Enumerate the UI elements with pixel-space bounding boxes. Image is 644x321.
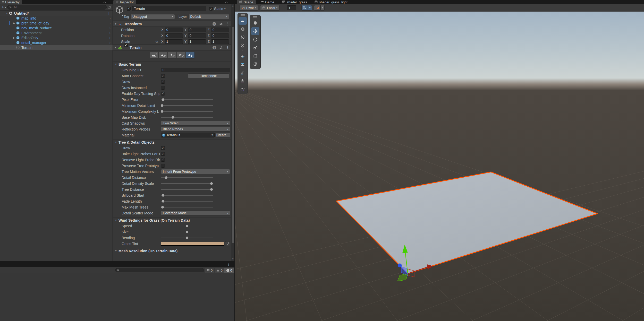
inspector-scrollbar[interactable]: ▲ ▼ <box>231 4 234 261</box>
create-neighbor-terrains-button[interactable] <box>150 52 159 58</box>
transform-position-x-field[interactable] <box>165 28 183 32</box>
fade-length-slider[interactable] <box>161 198 213 204</box>
slider-thumb[interactable] <box>210 188 213 191</box>
static-caret-icon[interactable]: ▾ <box>224 7 226 10</box>
tab-game[interactable]: Game <box>258 0 277 4</box>
tab-shader-grass[interactable]: shader_grass <box>280 0 310 4</box>
chevron-right-icon[interactable]: › <box>109 16 111 20</box>
active-checkbox[interactable]: ✓ <box>127 7 131 11</box>
maximum-complexity-l-slider[interactable] <box>161 108 213 114</box>
add-object-caret-icon[interactable]: ▾ <box>5 6 6 8</box>
grid-snapping-toggle[interactable]: Y <box>301 5 308 11</box>
smooth-tool-button[interactable] <box>239 85 247 93</box>
eyedropper-icon[interactable] <box>225 241 230 246</box>
tab-scene[interactable]: Scene <box>237 0 256 4</box>
detail-scatter-mode-dropdown[interactable]: Coverage Mode▾ <box>161 211 230 215</box>
lock-icon[interactable] <box>225 1 228 4</box>
transform-tool-button[interactable] <box>251 60 259 68</box>
auto-connect-checkbox[interactable]: ✓ <box>161 74 165 78</box>
draw-checkbox[interactable]: ✓ <box>161 80 165 84</box>
pivot-button[interactable]: Pivot▾ <box>240 5 258 11</box>
hierarchy-search-input[interactable] <box>13 5 105 9</box>
static-checkbox[interactable]: ✓ <box>209 7 213 11</box>
base-map-dist-slider[interactable] <box>161 114 213 120</box>
kebab-menu-icon[interactable]: ⋮ <box>107 12 111 15</box>
tab-inspector[interactable]: Inspector <box>113 0 136 4</box>
help-icon[interactable]: ? <box>213 22 216 26</box>
transform-scale-z-field[interactable] <box>211 39 229 44</box>
transform-scale-x-field[interactable] <box>165 39 183 44</box>
component-enabled-checkbox[interactable]: ✓ <box>124 44 128 47</box>
slider-thumb[interactable] <box>172 116 174 119</box>
slider-thumb[interactable] <box>162 200 164 203</box>
expand-arrow-icon[interactable]: ▶ <box>12 37 16 39</box>
reflection-probes-dropdown[interactable]: Blend Probes▾ <box>161 127 230 132</box>
terrain-sculpt-tool-button[interactable] <box>239 17 247 25</box>
grass-tint-color-field[interactable] <box>161 242 224 246</box>
max-mesh-trees-slider[interactable] <box>161 204 213 210</box>
tree-motion-vectors-dropdown[interactable]: Inherit From Prototype▾ <box>161 169 230 174</box>
console-search[interactable] <box>115 268 204 272</box>
slider-thumb[interactable] <box>186 225 188 227</box>
transform-rotation-y-field[interactable] <box>188 33 206 38</box>
move-tool-button[interactable] <box>251 27 259 35</box>
snap-caret[interactable]: ▾ <box>320 5 325 11</box>
expand-arrow-icon[interactable]: ▶ <box>12 22 16 24</box>
terrain-scatter-tool-button[interactable] <box>239 33 247 41</box>
section-header-basic-terrain[interactable]: ▼Basic Terrain <box>113 61 231 67</box>
draw-instanced-checkbox[interactable] <box>161 86 165 90</box>
billboard-start-slider[interactable] <box>161 192 213 198</box>
overlay-drag-handle[interactable] <box>253 16 257 18</box>
foldout-icon[interactable]: ▼ <box>113 219 118 222</box>
chevron-right-icon[interactable]: › <box>109 46 111 49</box>
cast-shadows-dropdown[interactable]: Two Sided▾ <box>161 121 230 126</box>
foldout-icon[interactable]: ▼ <box>113 63 118 66</box>
hierarchy-item-map-info[interactable]: map_info› <box>0 16 113 21</box>
paint-trees-button[interactable] <box>168 52 177 58</box>
scroll-down-icon[interactable]: ▼ <box>231 258 234 260</box>
chevron-right-icon[interactable]: › <box>109 26 111 30</box>
grid-snapping-caret[interactable]: ▾ <box>308 5 312 11</box>
foldout-icon[interactable]: ▼ <box>113 46 118 49</box>
detail-density-scale-slider[interactable] <box>161 180 213 186</box>
help-icon[interactable]: ? <box>213 46 216 49</box>
speed-slider[interactable] <box>161 223 213 229</box>
scroll-up-icon[interactable]: ▲ <box>231 5 234 7</box>
slider-thumb[interactable] <box>186 231 188 233</box>
shovel-tool-button[interactable] <box>239 69 247 76</box>
paint-details-button[interactable] <box>177 52 186 58</box>
enable-ray-tracing-sup-checkbox[interactable]: ✓ <box>161 92 165 96</box>
section-header-mesh-resolution-on-terrain-data[interactable]: ▼Mesh Resolution (On Terrain Data) <box>113 248 231 254</box>
lock-icon[interactable] <box>103 1 106 4</box>
detail-distance-slider[interactable] <box>161 175 213 180</box>
presets-icon[interactable] <box>219 22 223 26</box>
scene-viewport[interactable] <box>235 12 644 321</box>
create-button[interactable]: Create... <box>216 133 230 137</box>
foldout-icon[interactable]: ▼ <box>113 250 118 252</box>
tab-shader-grass-light[interactable]: shader_grass_light <box>312 0 350 4</box>
flatten-tool-button[interactable] <box>239 60 247 68</box>
chevron-right-icon[interactable]: › <box>109 31 111 35</box>
slider-thumb[interactable] <box>162 194 164 197</box>
chevron-right-icon[interactable]: › <box>109 21 111 25</box>
info-badge[interactable]: 0 <box>205 268 214 273</box>
gameobject-name-field[interactable] <box>132 6 206 11</box>
slider-thumb[interactable] <box>161 110 163 113</box>
foldout-icon[interactable]: ▼ <box>113 23 118 25</box>
snap-increment-field[interactable] <box>287 5 296 10</box>
slider-thumb[interactable] <box>210 182 213 185</box>
transform-component-header[interactable]: ▼ Transform ? ⋮ <box>113 21 231 27</box>
kebab-menu-icon[interactable]: ⋮ <box>226 46 229 49</box>
transform-scale-y-field[interactable] <box>188 39 206 44</box>
slider-thumb[interactable] <box>162 98 164 101</box>
scale-tool-button[interactable] <box>251 44 259 51</box>
kebab-menu-icon[interactable]: ⋮ <box>230 0 233 4</box>
size-slider[interactable] <box>161 229 213 235</box>
overlay-drag-handle[interactable] <box>241 14 245 16</box>
bending-slider[interactable] <box>161 235 213 241</box>
material-object-field[interactable]: TerrainLit⊙ <box>161 133 215 137</box>
console-search-input[interactable] <box>121 268 202 272</box>
terrain-component-header[interactable]: ▼ ✓ Terrain ? ⋮ <box>113 45 231 50</box>
paint-height-tool-button[interactable] <box>239 52 247 60</box>
grouping-id-field[interactable] <box>161 68 230 72</box>
